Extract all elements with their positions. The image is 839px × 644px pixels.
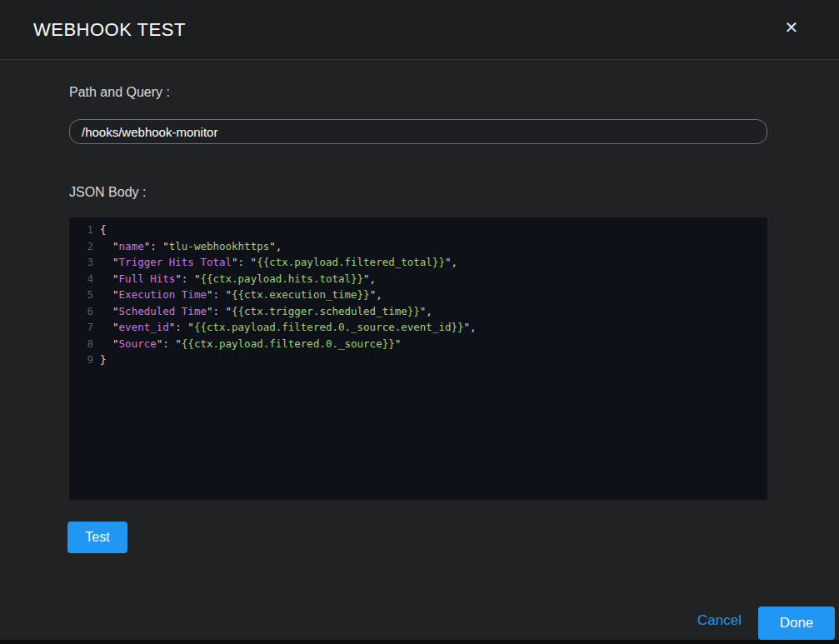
code-text: } (93, 352, 107, 368)
code-line: 3 "Trigger Hits Total": "{{ctx.payload.f… (69, 254, 767, 271)
line-number: 9 (69, 352, 93, 368)
code-text: "Trigger Hits Total": "{{ctx.payload.fil… (93, 254, 457, 271)
code-line: 4 "Full Hits": "{{ctx.payload.hits.total… (69, 271, 767, 287)
line-number: 4 (69, 271, 93, 287)
path-and-query-label: Path and Query : (69, 85, 170, 100)
code-line: 5 "Execution Time": "{{ctx.execution_tim… (69, 287, 767, 303)
line-number: 2 (69, 238, 93, 255)
done-button[interactable]: Done (758, 607, 835, 640)
path-and-query-input[interactable] (69, 119, 767, 144)
line-number: 6 (69, 303, 93, 320)
code-line: 8 "Source": "{{ctx.payload.filtered.0._s… (69, 336, 767, 352)
code-text: "event_id": "{{ctx.payload.filtered.0._s… (93, 319, 477, 336)
code-text: "name": "tlu-webhookhttps", (93, 238, 282, 255)
webhook-test-dialog: WEBHOOK TEST ✕ Path and Query : JSON Bod… (0, 0, 839, 640)
cancel-button[interactable]: Cancel (697, 612, 742, 629)
code-text: "Scheduled Time": "{{ctx.trigger.schedul… (93, 303, 432, 320)
line-number: 7 (69, 319, 93, 336)
code-line: 7 "event_id": "{{ctx.payload.filtered.0.… (69, 319, 767, 336)
line-number: 1 (69, 222, 93, 238)
line-number: 3 (69, 254, 93, 271)
dialog-header: WEBHOOK TEST ✕ (0, 0, 839, 60)
code-text: "Execution Time": "{{ctx.execution_time}… (93, 287, 382, 303)
test-button[interactable]: Test (67, 522, 127, 553)
code-line: 6 "Scheduled Time": "{{ctx.trigger.sched… (69, 303, 767, 320)
code-line: 2 "name": "tlu-webhookhttps", (69, 238, 767, 255)
code-line: 9} (69, 352, 767, 368)
dialog-footer: Cancel Done (0, 602, 839, 640)
json-body-editor[interactable]: 1{2 "name": "tlu-webhookhttps",3 "Trigge… (69, 217, 767, 500)
code-line: 1{ (69, 222, 767, 238)
dialog-title: WEBHOOK TEST (33, 19, 186, 41)
code-text: "Full Hits": "{{ctx.payload.hits.total}}… (93, 271, 376, 287)
code-text: { (93, 222, 107, 238)
line-number: 5 (69, 287, 93, 303)
code-text: "Source": "{{ctx.payload.filtered.0._sou… (93, 336, 401, 352)
page-backdrop (0, 640, 839, 644)
close-icon[interactable]: ✕ (781, 17, 802, 38)
json-body-label: JSON Body : (69, 185, 146, 200)
line-number: 8 (69, 336, 93, 352)
